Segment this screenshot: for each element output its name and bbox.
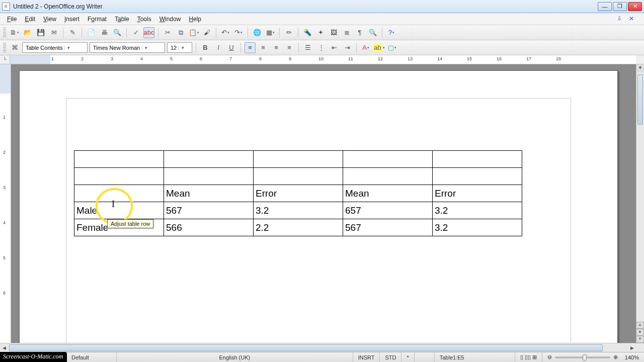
numbered-list-button[interactable]: ☰	[302, 42, 313, 53]
prev-page-button[interactable]: ▴	[636, 322, 644, 329]
scroll-right-icon[interactable]: ▶	[628, 345, 636, 350]
export-pdf-button[interactable]: 📄	[86, 27, 97, 38]
table-cell[interactable]	[74, 168, 164, 185]
maximize-button[interactable]: ❐	[613, 2, 627, 11]
status-signature[interactable]	[415, 352, 435, 362]
new-button[interactable]: 🗎	[9, 27, 20, 38]
font-size-combo[interactable]: 12▾	[167, 42, 192, 53]
data-sources-button[interactable]: ≣	[341, 27, 352, 38]
font-name-combo[interactable]: Times New Roman▾	[90, 42, 165, 53]
auto-spellcheck-button[interactable]: abc	[143, 27, 154, 38]
insert-table-button[interactable]: ▦	[265, 27, 276, 38]
email-button[interactable]: ✉	[48, 27, 59, 38]
table-cell[interactable]	[254, 168, 343, 185]
menu-format[interactable]: Format	[84, 14, 111, 24]
table-cell[interactable]	[74, 185, 164, 202]
undo-button[interactable]: ↶	[220, 27, 231, 38]
status-modified[interactable]: *	[401, 352, 414, 362]
status-insert-mode[interactable]: INSRT	[353, 352, 380, 362]
find-button[interactable]: 🔦	[302, 27, 313, 38]
align-justify-button[interactable]: ≡	[284, 42, 295, 53]
table-cell[interactable]: 2.2	[254, 219, 343, 236]
table-cell[interactable]: 3.2	[433, 219, 522, 236]
copy-button[interactable]: ⧉	[175, 27, 186, 38]
scroll-thumb[interactable]	[637, 74, 643, 125]
background-color-button[interactable]: ▢	[386, 42, 397, 53]
table-cell[interactable]	[254, 151, 343, 168]
table-cell[interactable]	[74, 151, 164, 168]
table-cell[interactable]	[164, 151, 254, 168]
horizontal-scrollbar[interactable]: ◀ ▶	[0, 343, 644, 352]
scroll-up-icon[interactable]: ▲	[636, 64, 644, 72]
paragraph-style-combo[interactable]: Table Contents▾	[22, 42, 88, 53]
menubar-close-icon[interactable]: ✕	[629, 15, 637, 23]
hyperlink-button[interactable]: 🌐	[252, 27, 263, 38]
show-draw-button[interactable]: ✏	[283, 27, 294, 38]
table-cell[interactable]: 3.2	[254, 202, 343, 219]
edit-file-button[interactable]: ✎	[67, 27, 78, 38]
bulleted-list-button[interactable]: ⋮	[315, 42, 327, 53]
table-cell[interactable]: Mean	[343, 185, 433, 202]
table-cell[interactable]	[433, 168, 522, 185]
window-close-button[interactable]: ✕	[628, 2, 642, 11]
underline-button[interactable]: U	[226, 42, 237, 53]
zoom-out-button[interactable]: ⊖	[547, 354, 552, 360]
align-center-button[interactable]: ≡	[258, 42, 269, 53]
align-left-button[interactable]: ≡	[245, 42, 256, 53]
menu-window[interactable]: Window	[155, 14, 185, 24]
status-language[interactable]: English (UK)	[117, 352, 353, 362]
print-button[interactable]: 🖶	[99, 27, 110, 38]
table-cell[interactable]: Error	[433, 185, 522, 202]
tab-stop-icon[interactable]: └	[0, 55, 10, 64]
spellcheck-button[interactable]: ✓	[130, 27, 141, 38]
font-color-button[interactable]: A	[360, 42, 371, 53]
zoom-slider[interactable]	[555, 356, 610, 358]
scroll-left-icon[interactable]: ◀	[0, 345, 8, 350]
save-button[interactable]: 💾	[35, 27, 46, 38]
menu-view[interactable]: View	[39, 14, 60, 24]
toolbar-grip[interactable]	[3, 43, 6, 53]
zoom-button[interactable]: 🔍	[367, 27, 378, 38]
hscroll-thumb[interactable]	[9, 344, 603, 351]
menu-tools[interactable]: Tools	[133, 14, 155, 24]
styles-button[interactable]: ⌘	[9, 42, 20, 53]
table-cell[interactable]: 567	[164, 202, 254, 219]
menu-table[interactable]: Table	[111, 14, 133, 24]
table-cell[interactable]	[164, 168, 254, 185]
format-paintbrush-button[interactable]: 🖌	[201, 27, 212, 38]
bold-button[interactable]: B	[200, 42, 211, 53]
table-cell[interactable]: Mean	[164, 185, 254, 202]
menu-help[interactable]: Help	[185, 14, 205, 24]
italic-button[interactable]: I	[213, 42, 224, 53]
next-page-button[interactable]: ▾	[636, 336, 644, 343]
cut-button[interactable]: ✂	[162, 27, 173, 38]
table-cell[interactable]	[433, 151, 522, 168]
print-preview-button[interactable]: 🔍	[112, 27, 123, 38]
status-view-layout[interactable]: ▯ ▯▯ ⊞	[515, 352, 542, 362]
minimize-button[interactable]: —	[598, 2, 612, 11]
paste-button[interactable]: 📋	[188, 27, 199, 38]
zoom-in-button[interactable]: ⊕	[613, 354, 618, 360]
vertical-ruler[interactable]: 1 2 3 4 5 6	[0, 64, 11, 343]
status-table-ref[interactable]: Table1:E5	[435, 352, 515, 362]
open-button[interactable]: 📂	[22, 27, 33, 38]
nav-select-button[interactable]: ●	[636, 329, 644, 336]
document-canvas[interactable]: Mean Error Mean Error Male 567 3.2 657 3…	[11, 64, 636, 343]
download-icon[interactable]: ⇩	[617, 15, 625, 23]
highlight-button[interactable]: ab	[373, 42, 384, 53]
navigator-button[interactable]: ✦	[315, 27, 326, 38]
menu-file[interactable]: File	[3, 14, 21, 24]
table-cell[interactable]	[343, 151, 433, 168]
table-cell[interactable]	[343, 168, 433, 185]
increase-indent-button[interactable]: ⇥	[342, 42, 353, 53]
table-cell[interactable]: 657	[343, 202, 433, 219]
vertical-scrollbar[interactable]: ▲ ▼	[636, 64, 644, 343]
status-style[interactable]: Default	[66, 352, 117, 362]
nonprinting-button[interactable]: ¶	[354, 27, 365, 38]
align-right-button[interactable]: ≡	[271, 42, 282, 53]
table-cell[interactable]: 3.2	[433, 202, 522, 219]
redo-button[interactable]: ↷	[233, 27, 244, 38]
status-selection-mode[interactable]: STD	[380, 352, 401, 362]
help-button[interactable]: ?	[386, 27, 397, 38]
table-cell[interactable]: 567	[343, 219, 433, 236]
